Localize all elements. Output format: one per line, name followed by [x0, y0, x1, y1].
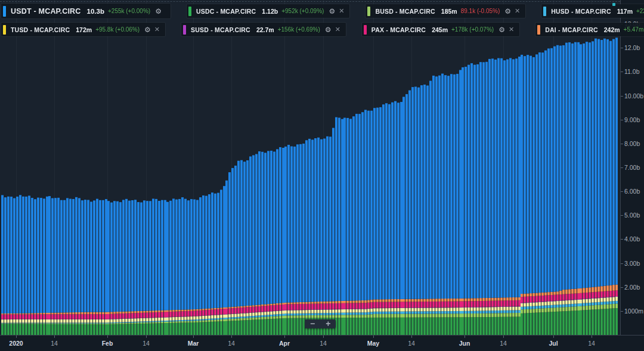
time-tick-label: 14 [51, 340, 58, 347]
close-icon[interactable]: ✕ [509, 26, 514, 33]
legend-row-1: USDT - MCAP.CIRC10.3b+255k (+0.00%)⚙USDC… [1, 4, 644, 18]
time-tick-label: 14 [408, 340, 415, 347]
price-tick-mark [621, 287, 623, 288]
price-tick-label: 5.00b [624, 212, 640, 219]
price-tick-label: 6.00b [624, 188, 640, 195]
time-tick-mark [373, 336, 374, 338]
price-tick-mark [621, 72, 623, 72]
close-icon[interactable]: ✕ [154, 26, 160, 33]
close-icon[interactable]: ✕ [515, 8, 520, 14]
time-tick-label: 14 [500, 340, 507, 347]
price-tick-label: 9.00b [624, 116, 640, 123]
legend-change: +255k (+0.00%) [108, 8, 150, 14]
time-tick-label: 14 [228, 340, 235, 347]
price-axis[interactable]: 13.0b12.0b11.0b10.00b9.00b8.00b7.00b6.00… [620, 0, 644, 335]
time-tick-label: 2020 [9, 340, 23, 347]
legend: USDT - MCAP.CIRC10.3b+255k (+0.00%)⚙USDC… [1, 4, 644, 41]
time-tick-mark [54, 336, 55, 338]
zoom-controls: − + [305, 319, 336, 328]
time-tick-label: Jul [549, 340, 558, 347]
legend-item-pax[interactable]: PAX - MCAP.CIRC245m+178k (+0.07%)⚙✕ [362, 23, 519, 36]
legend-symbol-label: PAX - MCAP.CIRC [371, 26, 426, 33]
price-tick-mark [621, 167, 623, 168]
legend-item-usdc[interactable]: USDC - MCAP.CIRC1.12b+952k (+0.09%)⚙✕ [187, 4, 349, 18]
time-tick-label: Jun [459, 340, 470, 347]
busd-color-swatch [367, 7, 370, 16]
price-tick-mark [621, 96, 623, 97]
time-tick-mark [503, 336, 504, 338]
close-icon[interactable]: ✕ [335, 26, 340, 33]
legend-row-2: TUSD - MCAP.CIRC172m+95.8k (+0.06%)⚙✕SUS… [1, 23, 644, 36]
price-tick-mark [621, 120, 623, 120]
legend-symbol-label: SUSD - MCAP.CIRC [191, 26, 250, 33]
usdt-color-swatch [3, 6, 6, 17]
time-tick-mark [592, 336, 592, 338]
time-tick-mark [231, 336, 232, 338]
time-tick-label: Apr [279, 340, 290, 347]
time-tick-label: May [367, 340, 379, 347]
legend-value: 1.12b [262, 8, 278, 15]
price-tick-mark [621, 191, 623, 192]
settings-gear-icon[interactable]: ⚙ [155, 8, 162, 15]
time-tick-mark [107, 336, 108, 338]
settings-gear-icon[interactable]: ⚙ [499, 26, 505, 33]
legend-symbol-label: USDT - MCAP.CIRC [11, 7, 81, 15]
legend-change: 89.1k (-0.05%) [461, 8, 500, 14]
settings-gear-icon[interactable]: ⚙ [504, 8, 511, 15]
legend-symbol-label: USDC - MCAP.CIRC [196, 8, 256, 15]
legend-item-husd[interactable]: HUSD - MCAP.CIRC117m+220k (+0.19%)⚙✕ [541, 4, 644, 18]
legend-symbol-label: HUSD - MCAP.CIRC [551, 8, 611, 15]
legend-value: 242m [604, 26, 620, 33]
tusd-color-swatch [3, 25, 6, 35]
time-tick-mark [193, 336, 194, 338]
settings-gear-icon[interactable]: ⚙ [329, 8, 335, 15]
time-tick-mark [16, 336, 17, 338]
zoom-in-button[interactable]: + [323, 320, 333, 328]
legend-item-tusd[interactable]: TUSD - MCAP.CIRC172m+95.8k (+0.06%)⚙✕ [1, 23, 165, 36]
trading-chart-window: USDT - MCAP.CIRC10.3b+255k (+0.00%)⚙USDC… [0, 0, 644, 351]
legend-change: +5.47m (+2.31%) [624, 26, 644, 33]
settings-gear-icon[interactable]: ⚙ [325, 26, 332, 33]
legend-value: 185m [441, 8, 457, 15]
price-tick-label: 11.0b [624, 68, 640, 75]
legend-symbol-label: DAI - MCAP.CIRC [545, 26, 598, 33]
time-tick-mark [284, 336, 285, 338]
legend-change: +952k (+0.09%) [281, 8, 324, 14]
price-chart-canvas[interactable] [0, 0, 620, 335]
legend-value: 117m [617, 8, 633, 15]
time-axis[interactable]: 202014Feb14Mar14Apr14May14Jun14Jul14 [0, 335, 644, 351]
legend-value: 245m [432, 26, 448, 33]
time-tick-label: 14 [143, 340, 150, 347]
price-tick-label: 1000m [624, 307, 643, 315]
legend-item-susd[interactable]: SUSD - MCAP.CIRC22.7m+156k (+0.69%)⚙✕ [181, 23, 346, 36]
price-tick-label: 2.00b [624, 284, 640, 291]
legend-item-dai[interactable]: DAI - MCAP.CIRC242m+5.47m (+2.31%)⚙✕ [535, 23, 644, 36]
husd-color-swatch [543, 7, 546, 16]
time-tick-label: Mar [188, 340, 199, 347]
time-tick-mark [553, 336, 554, 338]
time-tick-label: 14 [320, 340, 327, 347]
price-tick-mark [621, 144, 623, 144]
time-tick-mark [411, 336, 412, 338]
time-tick-mark [465, 336, 465, 338]
price-tick-label: 10.00b [624, 92, 643, 100]
legend-item-usdt[interactable]: USDT - MCAP.CIRC10.3b+255k (+0.00%)⚙ [1, 4, 171, 18]
legend-item-busd[interactable]: BUSD - MCAP.CIRC185m89.1k (-0.05%)⚙✕ [366, 4, 525, 18]
settings-gear-icon[interactable]: ⚙ [144, 26, 151, 33]
legend-change: +156k (+0.69%) [278, 26, 320, 33]
price-tick-mark [621, 215, 623, 216]
dai-color-swatch [537, 25, 540, 35]
price-tick-mark [621, 48, 623, 48]
price-tick-mark [621, 311, 623, 312]
susd-color-swatch [183, 25, 186, 35]
legend-change: +178k (+0.07%) [451, 26, 494, 33]
legend-value: 22.7m [256, 26, 274, 33]
zoom-out-button[interactable]: − [307, 320, 318, 328]
legend-change: +220k (+0.19%) [636, 8, 644, 14]
legend-symbol-label: BUSD - MCAP.CIRC [375, 8, 435, 15]
price-tick-mark [621, 263, 623, 264]
price-tick-mark [621, 239, 623, 240]
price-tick-label: 8.00b [624, 140, 640, 147]
time-tick-mark [323, 336, 324, 338]
close-icon[interactable]: ✕ [339, 8, 344, 14]
